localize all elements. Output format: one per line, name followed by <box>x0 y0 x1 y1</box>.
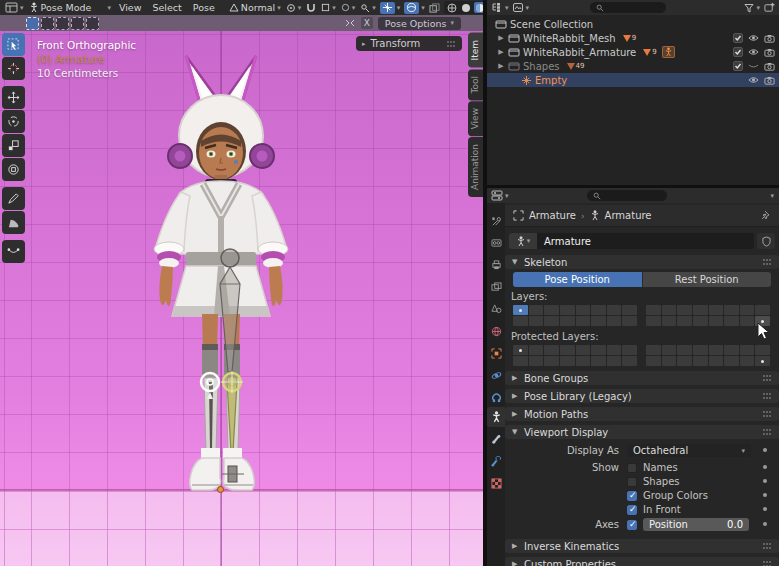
show-overlays-toggle[interactable]: ▾ <box>404 2 425 14</box>
tool-pose-breakdowner[interactable] <box>2 240 25 263</box>
in-front-checkbox[interactable] <box>627 505 637 515</box>
outliner-editor-type-button[interactable]: ▾ <box>491 2 509 13</box>
tab-bone-constraints[interactable] <box>487 451 505 471</box>
panel-bone-groups[interactable]: ▶ Bone Groups <box>505 371 779 385</box>
layer-cell[interactable] <box>693 316 708 326</box>
tab-texture[interactable] <box>487 473 505 493</box>
drag-grip-icon[interactable] <box>447 41 456 47</box>
select-mode-extend[interactable] <box>41 17 54 30</box>
layer-cell[interactable] <box>591 305 606 315</box>
tab-object[interactable] <box>487 343 505 363</box>
panel-viewport-display-header[interactable]: ▼ Viewport Display <box>505 425 779 439</box>
layer-cell[interactable] <box>591 345 606 355</box>
layer-cell[interactable] <box>576 305 591 315</box>
layer-cell[interactable] <box>662 316 677 326</box>
new-collection-icon[interactable] <box>764 2 775 13</box>
snap-toggle[interactable] <box>306 3 316 13</box>
tab-object-data-armature[interactable] <box>487 407 505 427</box>
outliner-row-whiterabbit-armature[interactable]: ▶ WhiteRabbit_Armature 9 <box>487 45 779 59</box>
tool-scale[interactable] <box>2 134 25 157</box>
panel-custom-properties[interactable]: ▶ Custom Properties <box>505 557 779 566</box>
layer-cell[interactable] <box>607 305 622 315</box>
outliner-display-mode-dropdown[interactable]: ▾ <box>512 2 530 13</box>
eye-icon[interactable] <box>748 76 759 84</box>
layer-cell[interactable] <box>693 345 708 355</box>
layer-cell[interactable] <box>607 316 622 326</box>
layer-cell[interactable] <box>622 305 637 315</box>
layer-cell[interactable] <box>576 345 591 355</box>
show-gizmo-toggle[interactable]: ▾ <box>380 2 401 14</box>
layer-cell[interactable] <box>740 345 755 355</box>
sidebar-tab-tool[interactable]: Tool <box>468 69 483 100</box>
layer-cell[interactable] <box>755 356 770 366</box>
proportional-edit-toggle[interactable]: ▾ <box>341 3 356 12</box>
panel-skeleton-header[interactable]: ▼ Skeleton <box>505 255 779 269</box>
shading-wireframe-button[interactable] <box>446 2 459 13</box>
axes-position-slider[interactable]: Position 0.0 <box>643 518 749 531</box>
outliner-search-field[interactable] <box>590 2 666 13</box>
menu-select[interactable]: Select <box>149 2 184 13</box>
tool-rotate[interactable] <box>2 110 25 133</box>
pose-options-dropdown[interactable]: Pose Options ▾ <box>378 17 461 30</box>
layer-cell[interactable] <box>591 316 606 326</box>
eye-icon[interactable] <box>748 34 759 42</box>
sidebar-tab-item[interactable]: Item <box>468 33 483 68</box>
tool-move[interactable] <box>2 86 25 109</box>
layer-cell[interactable] <box>677 305 692 315</box>
layer-cell[interactable] <box>560 305 575 315</box>
pose-position-button[interactable]: Pose Position <box>513 272 642 287</box>
layer-cell[interactable] <box>622 356 637 366</box>
drag-grip-icon[interactable] <box>763 393 772 399</box>
animate-decorator-dot[interactable] <box>763 479 767 483</box>
animate-decorator-dot[interactable] <box>763 493 767 497</box>
tab-physics[interactable] <box>487 365 505 385</box>
drag-grip-icon[interactable] <box>763 259 772 265</box>
layer-cell[interactable] <box>724 345 739 355</box>
layer-cell[interactable] <box>693 356 708 366</box>
layer-cell[interactable] <box>622 345 637 355</box>
outliner-row-scene-collection[interactable]: Scene Collection <box>487 17 779 31</box>
layer-cell[interactable] <box>662 356 677 366</box>
layer-cell[interactable] <box>607 345 622 355</box>
layer-cell[interactable] <box>544 316 559 326</box>
expand-arrow-icon[interactable]: ▶ <box>497 48 505 56</box>
tool-annotate[interactable] <box>2 187 25 210</box>
layer-cell[interactable] <box>677 316 692 326</box>
layer-cell[interactable] <box>576 316 591 326</box>
select-mode-subtract[interactable] <box>56 17 69 30</box>
layer-cell[interactable] <box>529 305 544 315</box>
camera-icon[interactable] <box>764 62 775 71</box>
properties-editor-type-button[interactable]: ▾ <box>491 190 509 201</box>
layer-cell[interactable] <box>622 316 637 326</box>
pin-icon[interactable] <box>761 210 771 221</box>
drag-grip-icon[interactable] <box>763 561 772 566</box>
layer-cell[interactable] <box>646 316 661 326</box>
id-name-field[interactable]: Armature <box>537 233 754 249</box>
layer-cell[interactable] <box>529 345 544 355</box>
menu-view[interactable]: View <box>116 2 145 13</box>
tab-world[interactable] <box>487 321 505 341</box>
eye-icon[interactable] <box>748 48 759 56</box>
panel-inverse-kinematics[interactable]: ▶ Inverse Kinematics <box>505 539 779 553</box>
sidebar-tab-view[interactable]: View <box>468 101 483 136</box>
animate-decorator-dot[interactable] <box>763 507 767 511</box>
layer-cell[interactable] <box>740 356 755 366</box>
mode-selector[interactable]: Pose Mode ▾ <box>29 2 111 13</box>
tab-bone[interactable] <box>487 429 505 449</box>
layer-cell[interactable] <box>576 356 591 366</box>
expand-arrow-icon[interactable]: ▶ <box>497 34 505 42</box>
tool-cursor[interactable] <box>2 57 25 80</box>
layer-cell[interactable] <box>544 345 559 355</box>
layer-cell[interactable] <box>677 356 692 366</box>
pivot-point-dropdown[interactable]: ▾ <box>286 3 302 13</box>
layer-cell[interactable] <box>513 345 528 355</box>
names-checkbox[interactable] <box>627 463 637 473</box>
transform-panel-header[interactable]: ▸ Transform <box>356 36 462 51</box>
layer-cell[interactable] <box>740 316 755 326</box>
layer-cell[interactable] <box>513 305 528 315</box>
rest-position-button[interactable]: Rest Position <box>642 272 772 287</box>
chevron-down-icon[interactable]: ▾ <box>770 192 774 200</box>
outliner-row-empty[interactable]: Empty <box>487 73 779 87</box>
outliner-filter-dropdown[interactable]: ▾ <box>744 3 760 13</box>
layer-cell[interactable] <box>560 316 575 326</box>
